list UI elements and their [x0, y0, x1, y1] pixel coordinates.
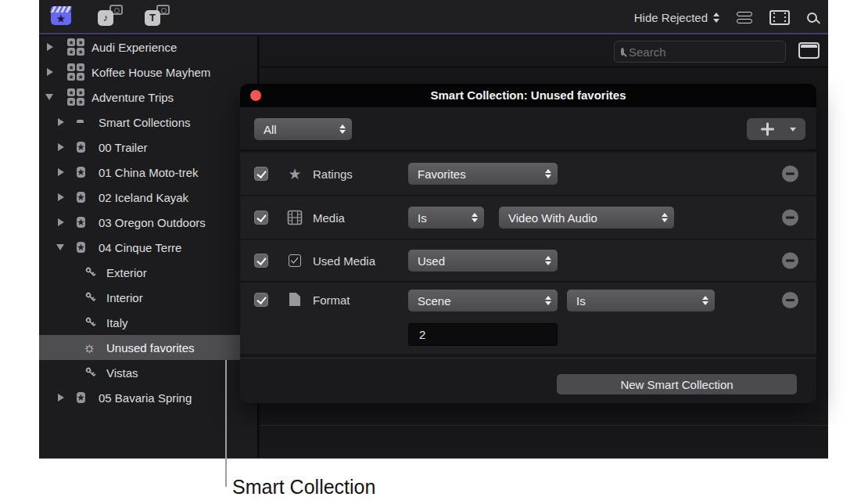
clapperboard-icon: ★ [49, 4, 73, 29]
keyword-key-icon [84, 316, 97, 329]
keyword-key-icon [84, 366, 97, 379]
sidebar-item-adventure-trips[interactable]: ★★★★ Adventure Trips [39, 85, 257, 110]
disclosure-triangle-icon[interactable] [58, 168, 64, 176]
sidebar-item-label: Smart Collections [99, 116, 191, 129]
format-property-select[interactable]: Scene [408, 290, 558, 311]
keyword-key-icon [84, 291, 97, 304]
toolbar-right-cluster: Hide Rejected [634, 0, 817, 34]
panel-header: Smart Collection: Unused favorites [240, 84, 816, 107]
add-rule-button[interactable] [747, 118, 805, 140]
sidebar-item-label: Interior [106, 291, 143, 304]
sidebar-item-00-trailer[interactable]: ★ 00 Trailer [39, 135, 257, 160]
clapper-flap [50, 6, 72, 13]
chevron-down-icon [790, 128, 796, 131]
hide-rejected-dropdown[interactable]: Hide Rejected [634, 11, 719, 24]
browser-window-icon[interactable] [798, 42, 820, 59]
ratings-select[interactable]: Favorites [408, 163, 558, 185]
sidebar-item-label: Unused favorites [106, 341, 195, 355]
app-window: ★ ♪ T Hide Rejected [39, 0, 828, 459]
filter-row-used-media: Used Media Used [240, 240, 816, 281]
disclosure-triangle-icon[interactable] [47, 68, 53, 76]
format-value-input[interactable] [408, 323, 558, 346]
sidebar-item-04-cinque-terre[interactable]: ★ 04 Cinque Terre [39, 235, 257, 260]
rule-checkbox[interactable] [254, 254, 268, 268]
sidebar-item-label: 01 China Moto-trek [99, 166, 199, 179]
format-property-value: Scene [418, 294, 451, 308]
search-input[interactable] [629, 45, 784, 59]
media-operator-select[interactable]: Is [408, 207, 484, 229]
scope-select[interactable]: All [254, 118, 352, 140]
ratings-select-value: Favorites [418, 167, 466, 181]
filmstrip-icon [284, 210, 306, 225]
scope-select-value: All [264, 123, 277, 136]
disclosure-triangle-icon[interactable] [58, 143, 64, 151]
sidebar-item-03-oregon-outdoors[interactable]: ★ 03 Oregon Outdoors [39, 210, 257, 235]
disclosure-triangle-icon[interactable] [45, 94, 53, 100]
remove-rule-button[interactable] [782, 166, 798, 182]
sidebar-item-label: Audi Experience [91, 41, 177, 54]
panel-toolbar: All [240, 107, 816, 151]
event-star-icon: ★ [77, 139, 85, 155]
sidebar-item-02-iceland-kayak[interactable]: ★ 02 Iceland Kayak [39, 185, 257, 210]
disclosure-triangle-icon[interactable] [58, 193, 64, 201]
sidebar-item-01-china-moto-trek[interactable]: ★ 01 China Moto-trek [39, 160, 257, 185]
sidebar-item-interior[interactable]: Interior [39, 285, 257, 310]
rule-label: Format [313, 293, 350, 307]
sidebar-item-label: 00 Trailer [99, 141, 148, 154]
titles-generators-icon[interactable]: T [143, 4, 170, 29]
rule-checkbox[interactable] [254, 211, 268, 225]
search-field[interactable] [614, 41, 786, 63]
sidebar-item-koffee-house-mayhem[interactable]: ★★★★ Koffee House Mayhem [39, 59, 257, 85]
rule-checkbox[interactable] [254, 293, 268, 307]
music-note-icon: ♪ [98, 10, 113, 26]
new-smart-collection-button[interactable]: New Smart Collection [557, 374, 797, 394]
format-operator-select[interactable]: Is [567, 290, 715, 311]
star-icon: ★ [284, 167, 306, 182]
chevron-updown-icon [702, 296, 708, 305]
smart-collection-panel: Smart Collection: Unused favorites All ★… [240, 84, 816, 403]
filmstrip-view-icon[interactable] [769, 10, 790, 25]
callout-line [225, 360, 227, 487]
smart-collection-gear-icon: ☼ [83, 340, 96, 355]
disclosure-triangle-icon[interactable] [56, 244, 64, 250]
remove-rule-button[interactable] [782, 210, 798, 226]
browser-divider [260, 425, 828, 426]
chevron-updown-icon [339, 124, 346, 134]
panel-title: Smart Collection: Unused favorites [240, 84, 816, 107]
used-media-value: Used [418, 254, 445, 268]
top-toolbar: ★ ♪ T Hide Rejected [39, 0, 828, 34]
sidebar-item-audi-experience[interactable]: ★★★★ Audi Experience [39, 34, 257, 59]
event-star-icon: ★ [77, 390, 85, 405]
rule-label: Ratings [313, 167, 353, 181]
keyword-key-icon [84, 266, 97, 279]
media-type-select[interactable]: Video With Audio [499, 207, 674, 229]
photos-audio-icon[interactable]: ♪ [96, 4, 123, 29]
sidebar-item-label: 03 Oregon Outdoors [99, 216, 206, 229]
remove-rule-button[interactable] [782, 253, 798, 269]
sidebar-item-label: 04 Cinque Terre [99, 241, 181, 254]
sidebar-item-unused-favorites[interactable]: ☼ Unused favorites [39, 335, 257, 360]
chevron-updown-icon [472, 213, 478, 222]
disclosure-triangle-icon[interactable] [47, 43, 53, 51]
library-icon: ★★★★ [67, 63, 84, 81]
search-icon[interactable] [807, 13, 817, 23]
sidebar-tabs: ★ ♪ T [49, 4, 170, 31]
sidebar-item-italy[interactable]: Italy [39, 310, 257, 335]
chevron-updown-icon [545, 296, 551, 305]
disclosure-triangle-icon[interactable] [58, 394, 64, 401]
used-media-select[interactable]: Used [408, 250, 558, 272]
disclosure-triangle-icon[interactable] [58, 118, 64, 126]
sidebar-item-exterior[interactable]: Exterior [39, 260, 257, 285]
rule-checkbox[interactable] [254, 167, 268, 181]
disclosure-triangle-icon[interactable] [58, 218, 64, 226]
hide-rejected-label: Hide Rejected [634, 11, 708, 24]
library-sidebar-icon[interactable]: ★ [49, 4, 76, 31]
sidebar-item-smart-collections[interactable]: Smart Collections [39, 110, 257, 135]
remove-rule-button[interactable] [782, 292, 798, 308]
library-icon: ★★★★ [67, 88, 84, 106]
clip-appearance-icon[interactable] [737, 9, 752, 26]
event-star-icon: ★ [77, 164, 85, 180]
sidebar-item-label: Adventure Trips [91, 91, 174, 104]
sidebar-item-label: Koffee House Mayhem [91, 66, 210, 79]
plus-icon [761, 123, 774, 136]
